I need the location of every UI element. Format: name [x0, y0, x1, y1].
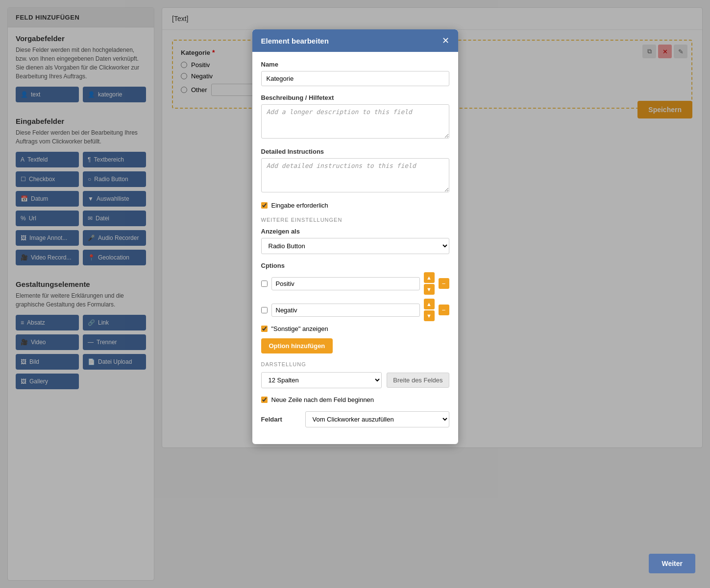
- sonstige-row: "Sonstige" anzeigen: [261, 325, 449, 332]
- option1-checkbox[interactable]: [261, 281, 268, 287]
- option2-up-btn[interactable]: ▲: [424, 299, 435, 309]
- anzeigen-select[interactable]: Radio Button Checkbox Select: [261, 238, 449, 254]
- option1-up-btn[interactable]: ▲: [424, 272, 435, 283]
- options-section: Cptions ▲ ▼ − ▲ ▼: [261, 262, 449, 353]
- option2-input[interactable]: [271, 304, 420, 317]
- eingabe-required-checkbox[interactable]: [261, 202, 268, 209]
- modal-overlay: Element bearbeiten ✕ Name Beschreibung /…: [0, 0, 710, 588]
- desc-textarea[interactable]: [261, 104, 449, 139]
- instructions-label: Detailed Instructions: [261, 148, 449, 155]
- feldart-label: Feldart: [261, 416, 300, 423]
- instructions-group: Detailed Instructions: [261, 148, 449, 194]
- name-input[interactable]: [261, 71, 449, 86]
- desc-group: Beschreibung / Hilfetext: [261, 94, 449, 140]
- anzeigen-group: Anzeigen als Radio Button Checkbox Selec…: [261, 228, 449, 254]
- option1-remove-btn[interactable]: −: [439, 278, 449, 289]
- name-label: Name: [261, 61, 449, 68]
- spalten-select[interactable]: 12 Spalten 6 Spalten: [261, 372, 382, 388]
- sonstige-checkbox[interactable]: [261, 326, 268, 332]
- neue-zeile-checkbox[interactable]: [261, 397, 268, 403]
- sonstige-label: "Sonstige" anzeigen: [271, 325, 328, 332]
- neue-zeile-label: Neue Zeile nach dem Feld beginnen: [271, 396, 374, 403]
- options-label: Cptions: [261, 262, 449, 269]
- darstellung-row: 12 Spalten 6 Spalten Breite des Feldes: [261, 372, 449, 388]
- option1-input[interactable]: [271, 277, 420, 290]
- modal-header: Element bearbeiten ✕: [252, 29, 458, 52]
- option-row-1: ▲ ▼ −: [261, 272, 449, 295]
- modal-body: Name Beschreibung / Hilfetext Detailed I…: [252, 52, 458, 444]
- weiter-button[interactable]: Weiter: [649, 554, 695, 573]
- neue-zeile-row: Neue Zeile nach dem Feld beginnen: [261, 396, 449, 403]
- feldart-row: Feldart Vom Clickworker auszufüllen Ande…: [261, 411, 449, 427]
- option2-checkbox[interactable]: [261, 307, 268, 313]
- add-option-button[interactable]: Option hinzufügen: [261, 338, 333, 353]
- option-row-2: ▲ ▼ −: [261, 299, 449, 321]
- eingabe-required-row: Eingabe erforderlich: [261, 202, 449, 209]
- darstellung-section-label: DARSTELLUNG: [261, 361, 449, 367]
- weitere-section-label: WEITERE EINSTELLUNGEN: [261, 217, 449, 223]
- option1-down-btn[interactable]: ▼: [424, 284, 435, 295]
- feldart-select[interactable]: Vom Clickworker auszufüllen Andere Optio…: [305, 411, 449, 427]
- option2-down-btn[interactable]: ▼: [424, 310, 435, 321]
- option2-arrows: ▲ ▼: [424, 299, 435, 321]
- option2-remove-btn[interactable]: −: [439, 305, 449, 315]
- desc-label: Beschreibung / Hilfetext: [261, 94, 449, 101]
- instructions-textarea[interactable]: [261, 158, 449, 192]
- modal-close-button[interactable]: ✕: [442, 36, 449, 45]
- edit-modal: Element bearbeiten ✕ Name Beschreibung /…: [252, 29, 458, 444]
- breite-label: Breite des Feldes: [387, 373, 449, 388]
- anzeigen-label: Anzeigen als: [261, 228, 449, 235]
- option1-arrows: ▲ ▼: [424, 272, 435, 295]
- name-group: Name: [261, 61, 449, 86]
- eingabe-required-label: Eingabe erforderlich: [271, 202, 328, 209]
- modal-title: Element bearbeiten: [261, 37, 329, 45]
